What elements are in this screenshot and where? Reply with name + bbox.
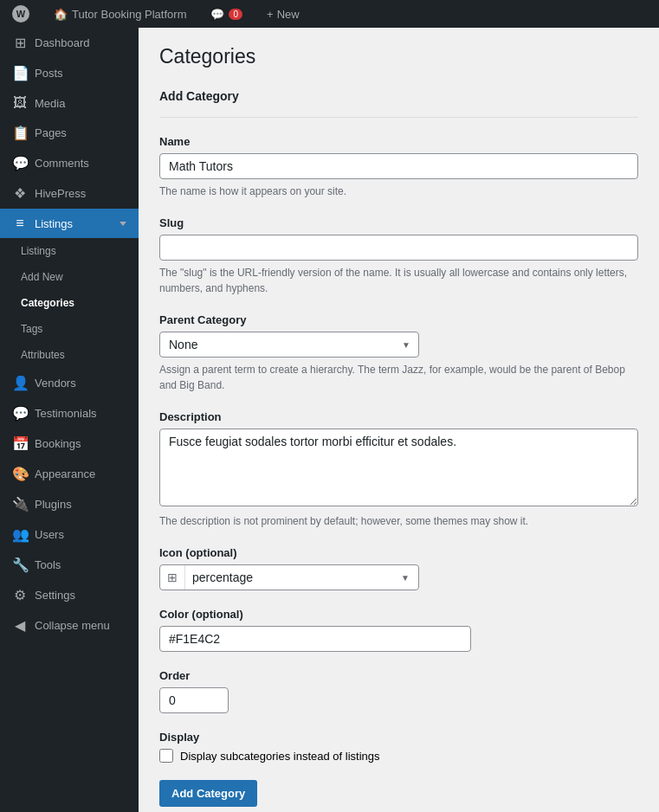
sidebar-label-bookings: Bookings <box>35 437 81 450</box>
bookings-icon: 📅 <box>12 435 28 452</box>
sidebar-label-users: Users <box>35 528 64 541</box>
sidebar-item-appearance[interactable]: 🎨 Appearance <box>0 459 139 489</box>
sidebar-label-testimonials: Testimonials <box>35 407 97 420</box>
sidebar-label-settings: Settings <box>35 589 75 602</box>
sub-label-attributes: Attributes <box>21 349 65 361</box>
topbar: W 🏠 Tutor Booking Platform 💬 0 + New <box>0 0 659 28</box>
settings-icon: ⚙ <box>12 587 28 603</box>
sidebar-item-pages[interactable]: 📋 Pages <box>0 118 139 148</box>
pages-icon: 📋 <box>12 125 28 141</box>
listings-arrow-icon <box>120 222 126 226</box>
parent-category-help: Assign a parent term to create a hierarc… <box>159 362 638 393</box>
icon-prefix-symbol: ⊞ <box>160 565 185 590</box>
display-label: Display <box>159 731 638 744</box>
parent-category-select-wrapper: None ▼ <box>159 332 419 358</box>
icon-select-wrapper: ⊞ percentage ▼ <box>159 564 419 590</box>
name-field-group: Name The name is how it appears on your … <box>159 135 638 199</box>
sidebar-label-media: Media <box>35 97 65 110</box>
sidebar-sub-add-new[interactable]: Add New <box>0 264 139 290</box>
sidebar-sub-listings[interactable]: Listings <box>0 238 139 264</box>
sidebar-label-hivepress: HivePress <box>35 187 86 200</box>
sidebar-label-vendors: Vendors <box>35 377 76 390</box>
icon-field-group: Icon (optional) ⊞ percentage ▼ <box>159 546 638 590</box>
hivepress-icon: ❖ <box>12 185 28 202</box>
slug-label: Slug <box>159 216 638 229</box>
sidebar-item-dashboard[interactable]: ⊞ Dashboard <box>0 28 139 58</box>
sidebar-item-settings[interactable]: ⚙ Settings <box>0 580 139 610</box>
sidebar-item-posts[interactable]: 📄 Posts <box>0 58 139 88</box>
comments-nav-icon: 💬 <box>12 155 28 171</box>
plus-icon: + <box>267 8 274 21</box>
sidebar-item-media[interactable]: 🖼 Media <box>0 88 139 118</box>
color-input[interactable] <box>159 626 471 652</box>
sidebar-item-listings[interactable]: ≡ Listings <box>0 209 139 238</box>
comments-button[interactable]: 💬 0 <box>205 0 248 28</box>
sidebar-item-vendors[interactable]: 👤 Vendors <box>0 368 139 398</box>
sidebar-item-plugins[interactable]: 🔌 Plugins <box>0 489 139 519</box>
sidebar-item-bookings[interactable]: 📅 Bookings <box>0 429 139 459</box>
sidebar-item-users[interactable]: 👥 Users <box>0 519 139 550</box>
icon-label: Icon (optional) <box>159 546 638 559</box>
sub-label-add-new: Add New <box>21 271 63 283</box>
sidebar: ⊞ Dashboard 📄 Posts 🖼 Media 📋 Pages 💬 Co… <box>0 28 139 812</box>
page-title: Categories <box>159 45 638 68</box>
slug-input[interactable] <box>159 235 638 261</box>
slug-field-group: Slug The "slug" is the URL-friendly vers… <box>159 216 638 296</box>
site-name: Tutor Booking Platform <box>72 8 186 21</box>
dashboard-icon: ⊞ <box>12 35 28 51</box>
sidebar-item-hivepress[interactable]: ❖ HivePress <box>0 178 139 209</box>
add-category-button[interactable]: Add Category <box>159 780 257 807</box>
sidebar-label-posts: Posts <box>35 67 63 80</box>
display-field-group: Display Display subcategories instead of… <box>159 731 638 763</box>
order-field-group: Order <box>159 669 638 713</box>
sidebar-label-appearance: Appearance <box>35 467 95 480</box>
sub-label-categories: Categories <box>21 297 74 309</box>
sidebar-item-testimonials[interactable]: 💬 Testimonials <box>0 398 139 429</box>
comment-count: 0 <box>229 9 242 20</box>
collapse-menu-button[interactable]: ◀ Collapse menu <box>0 610 139 641</box>
plugins-icon: 🔌 <box>12 496 28 512</box>
users-icon: 👥 <box>12 526 28 543</box>
sidebar-sub-categories[interactable]: Categories <box>0 290 139 316</box>
sidebar-sub-tags[interactable]: Tags <box>0 316 139 342</box>
slug-help: The "slug" is the URL-friendly version o… <box>159 265 638 296</box>
parent-category-group: Parent Category None ▼ Assign a parent t… <box>159 313 638 393</box>
color-label: Color (optional) <box>159 608 638 621</box>
new-content-button[interactable]: + New <box>262 0 305 28</box>
vendors-icon: 👤 <box>12 375 28 391</box>
sidebar-item-tools[interactable]: 🔧 Tools <box>0 550 139 580</box>
name-help: The name is how it appears on your site. <box>159 184 638 199</box>
parent-category-label: Parent Category <box>159 313 638 326</box>
listings-icon: ≡ <box>12 216 28 231</box>
divider <box>159 117 638 118</box>
main-content: Categories Add Category Name The name is… <box>139 28 659 812</box>
sub-label-listings: Listings <box>21 245 56 257</box>
description-input[interactable]: Fusce feugiat sodales tortor morbi effic… <box>159 429 638 506</box>
wp-logo-button[interactable]: W <box>7 0 35 28</box>
display-subcategories-label: Display subcategories instead of listing… <box>180 750 380 763</box>
sidebar-item-comments[interactable]: 💬 Comments <box>0 148 139 178</box>
home-icon: 🏠 <box>54 8 68 21</box>
description-label: Description <box>159 410 638 423</box>
description-field-group: Description Fusce feugiat sodales tortor… <box>159 410 638 529</box>
appearance-icon: 🎨 <box>12 466 28 482</box>
name-label: Name <box>159 135 638 148</box>
order-input[interactable] <box>159 687 229 713</box>
sidebar-label-plugins: Plugins <box>35 498 72 511</box>
parent-category-select[interactable]: None <box>159 332 419 358</box>
collapse-icon: ◀ <box>12 617 28 634</box>
icon-select[interactable]: percentage <box>185 565 418 590</box>
color-field-group: Color (optional) <box>159 608 638 652</box>
display-subcategories-checkbox[interactable] <box>159 749 173 763</box>
order-label: Order <box>159 669 638 682</box>
wp-icon: W <box>12 5 29 23</box>
sidebar-label-dashboard: Dashboard <box>35 36 90 49</box>
site-name-button[interactable]: 🏠 Tutor Booking Platform <box>48 0 191 28</box>
tools-icon: 🔧 <box>12 557 28 573</box>
new-label: New <box>277 8 300 21</box>
name-input[interactable] <box>159 153 638 179</box>
collapse-label: Collapse menu <box>35 619 110 632</box>
testimonials-icon: 💬 <box>12 405 28 422</box>
media-icon: 🖼 <box>12 95 28 111</box>
sidebar-sub-attributes[interactable]: Attributes <box>0 342 139 368</box>
